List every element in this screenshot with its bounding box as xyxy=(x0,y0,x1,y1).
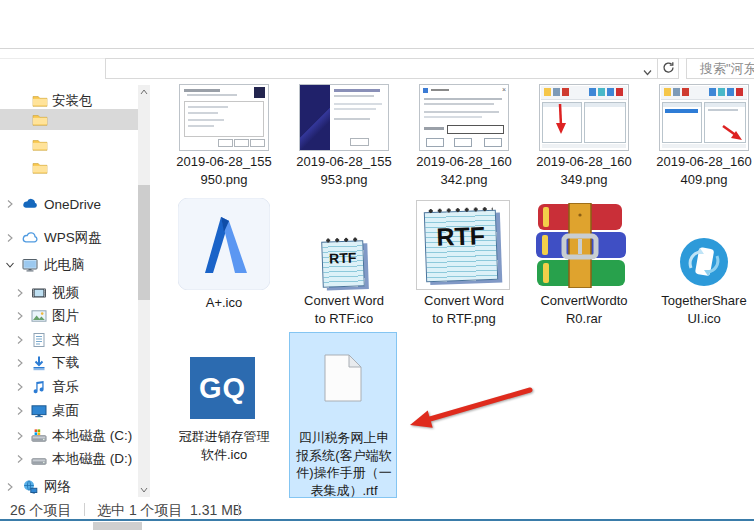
taskbar-fragment xyxy=(93,522,142,530)
address-bar[interactable] xyxy=(105,58,658,79)
chevron-right-icon[interactable] xyxy=(15,284,25,302)
file-name: 四川税务网上申 报系统(客户端软 件)操作手册（一 表集成）.rtf xyxy=(290,429,398,499)
register-dialog-thumbnail: × xyxy=(419,84,509,151)
sidebar-item-documents[interactable]: 文档 xyxy=(0,329,138,350)
chevron-right-icon[interactable] xyxy=(15,307,25,325)
thumb-detail xyxy=(423,88,428,93)
sidebar-item-music[interactable]: 音乐 xyxy=(0,376,138,397)
file-item[interactable]: A+.ico xyxy=(168,196,280,326)
scrollbar-thumb[interactable] xyxy=(138,185,150,300)
window-bottom-border xyxy=(0,519,754,521)
desktop-icon xyxy=(31,403,47,419)
downloads-icon xyxy=(31,355,47,371)
sidebar-item-folder[interactable] xyxy=(0,157,138,178)
sidebar-item-label: WPS网盘 xyxy=(44,229,102,247)
file-item[interactable]: GQ 冠群进销存管理软件.ico xyxy=(168,352,280,476)
setup-ready-dialog-thumbnail xyxy=(179,84,269,151)
thumb-detail xyxy=(218,139,233,147)
file-item[interactable]: 2019-06-28_160409.png xyxy=(648,82,754,194)
search-placeholder: 搜索"河东 xyxy=(700,60,754,78)
close-icon: × xyxy=(502,86,506,93)
file-name: Convert Wordto RTF.png xyxy=(408,292,520,327)
chevron-right-icon[interactable] xyxy=(15,331,25,349)
file-item[interactable]: 2019-06-28_155953.png xyxy=(288,82,400,194)
scroll-down-button[interactable] xyxy=(138,483,150,497)
thumb-detail xyxy=(424,111,499,113)
chevron-right-icon[interactable] xyxy=(15,354,25,372)
sidebar-item-label: 本地磁盘 (D:) xyxy=(52,450,132,468)
thumb-detail xyxy=(484,138,502,147)
chevron-right-icon[interactable] xyxy=(15,402,25,420)
videos-icon xyxy=(31,285,47,301)
chevron-right-icon[interactable] xyxy=(15,427,25,445)
chevron-right-icon[interactable] xyxy=(15,378,25,396)
thumb-detail xyxy=(661,86,747,100)
sidebar-item-downloads[interactable]: 下载 xyxy=(0,352,138,373)
file-name: 2019-06-28_155953.png xyxy=(288,153,400,188)
file-item-selected[interactable]: 四川税务网上申 报系统(客户端软 件)操作手册（一 表集成）.rtf xyxy=(289,332,397,498)
search-input[interactable]: 搜索"河东 xyxy=(686,58,754,79)
sidebar-item-network[interactable]: 网络 xyxy=(0,476,138,497)
sidebar-item-pictures[interactable]: 图片 xyxy=(0,305,138,326)
sidebar-item-label: 文档 xyxy=(52,331,79,349)
refresh-button[interactable] xyxy=(658,58,679,79)
sidebar-item-install-package[interactable]: 安装包 xyxy=(0,90,138,111)
sidebar-item-desktop[interactable]: 桌面 xyxy=(0,400,138,421)
gq-logo-icon: GQ xyxy=(190,357,255,419)
selected-count: 选中 1 个项目 xyxy=(97,502,183,520)
a-plus-logo-icon xyxy=(178,198,270,290)
file-name: 2019-06-28_160349.png xyxy=(528,153,640,188)
thumb-detail xyxy=(250,139,265,147)
red-arrow-mini xyxy=(720,123,744,143)
thumb-detail xyxy=(334,89,380,92)
converter-app-thumbnail xyxy=(539,84,629,151)
thumb-detail xyxy=(350,138,369,146)
thumb-detail xyxy=(184,89,220,92)
ribbon-divider xyxy=(0,48,754,49)
thumb-detail xyxy=(424,103,494,105)
sidebar-item-disk-c[interactable]: 本地磁盘 (C:) xyxy=(0,425,138,446)
sidebar-item-disk-d[interactable]: 本地磁盘 (D:) xyxy=(0,448,138,469)
sidebar-item-onedrive[interactable]: OneDrive xyxy=(0,193,138,214)
file-item[interactable]: 2019-06-28_160349.png xyxy=(528,82,640,194)
explorer-window: 搜索"河东 安装包 OneDrive WPS网盘 xyxy=(0,0,754,530)
file-item[interactable]: 2019-06-28_155950.png xyxy=(168,82,280,194)
chevron-right-icon[interactable] xyxy=(5,229,15,247)
file-item[interactable]: RTF Convert Wordto RTF.ico xyxy=(288,196,400,326)
chevron-right-icon[interactable] xyxy=(5,478,15,496)
sidebar-item-wps-cloud[interactable]: WPS网盘 xyxy=(0,227,138,248)
sidebar-item-videos[interactable]: 视频 xyxy=(0,282,138,303)
chevron-right-icon[interactable] xyxy=(15,450,25,468)
file-item[interactable]: ConvertWordtoR0.rar xyxy=(528,196,640,326)
item-count: 26 个项目 xyxy=(10,502,71,520)
rtf-notepad-icon: RTF xyxy=(322,241,366,289)
file-name: 冠群进销存管理软件.ico xyxy=(168,428,280,463)
scroll-up-button[interactable] xyxy=(138,85,150,99)
status-bar: 26 个项目 选中 1 个项目 1.31 MB xyxy=(0,500,754,519)
sidebar-item-folder-selected[interactable] xyxy=(0,109,138,130)
sidebar-item-this-pc[interactable]: 此电脑 xyxy=(0,254,138,275)
chevron-right-icon[interactable] xyxy=(5,195,15,213)
network-icon xyxy=(22,479,38,495)
sidebar-scrollbar[interactable] xyxy=(138,85,150,497)
sidebar-item-folder[interactable] xyxy=(0,134,138,155)
rtf-notepad-image-thumbnail: RTF xyxy=(416,200,510,290)
thumb-detail xyxy=(424,98,502,100)
file-name: TogetherShareUI.ico xyxy=(648,292,754,327)
file-item[interactable]: TogetherShareUI.ico xyxy=(648,196,754,326)
refresh-icon xyxy=(662,60,675,78)
file-item[interactable]: RTF Convert Wordto RTF.png xyxy=(408,196,520,326)
file-item[interactable]: × 2019-06-28_160342.png xyxy=(408,82,520,194)
thumb-detail xyxy=(454,138,472,147)
documents-icon xyxy=(31,332,47,348)
folder-icon xyxy=(32,112,48,128)
music-note-icon xyxy=(31,379,47,395)
chevron-down-icon[interactable] xyxy=(5,256,15,274)
blank-document-icon xyxy=(324,354,362,402)
folder-icon xyxy=(32,137,48,153)
converter-app-selected-thumbnail xyxy=(659,84,749,151)
chevron-down-icon[interactable] xyxy=(642,64,653,82)
sidebar-item-label: 安装包 xyxy=(52,92,93,110)
togethershare-icon xyxy=(678,237,730,287)
thumb-detail xyxy=(254,87,265,98)
